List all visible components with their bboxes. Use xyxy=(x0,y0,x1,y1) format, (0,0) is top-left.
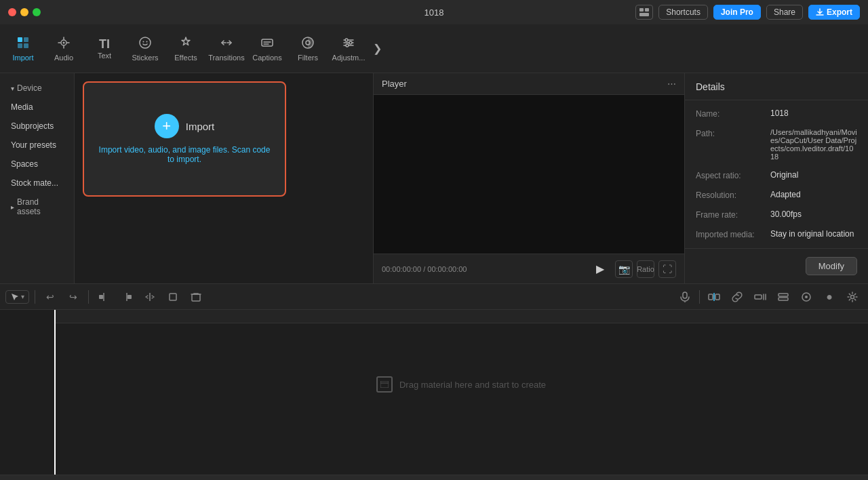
sidebar-item-spaces[interactable]: Spaces xyxy=(3,155,71,173)
player-area: Player ⋯ 00:00:00:00 / 00:00:00:00 ▶ 📷 R… xyxy=(373,73,685,283)
timeline-scrollbar[interactable] xyxy=(0,475,868,480)
timeline-circle-button[interactable] xyxy=(796,287,816,306)
svg-rect-4 xyxy=(24,37,28,42)
detail-value-resolution: Adapted xyxy=(770,190,857,199)
svg-rect-35 xyxy=(380,381,389,388)
timeline-ruler xyxy=(54,310,868,323)
timeline-settings-button[interactable] xyxy=(842,287,863,306)
svg-point-11 xyxy=(146,41,148,43)
sidebar-item-subprojects[interactable]: Subprojects xyxy=(3,117,71,135)
detail-value-imported-media: Stay in original location xyxy=(770,229,857,239)
minimize-button[interactable] xyxy=(20,8,28,16)
tool-filters[interactable]: Filters xyxy=(288,27,328,71)
sidebar-section-brand-assets[interactable]: ▸ Brand assets xyxy=(3,193,71,220)
detail-label-name: Name: xyxy=(696,108,770,119)
toolbar-more-button[interactable]: ❯ xyxy=(369,27,385,71)
detail-row-path: Path: /Users/mallikadhyani/Movies/CapCut… xyxy=(696,128,857,161)
timeline-select-tool[interactable]: ▾ xyxy=(5,290,29,304)
svg-rect-23 xyxy=(170,294,176,300)
detail-row-imported-media: Imported media: Stay in original locatio… xyxy=(696,229,857,239)
timeline-split-left-button[interactable] xyxy=(94,287,113,306)
shortcuts-button[interactable]: Shortcuts xyxy=(658,5,708,20)
effects-icon xyxy=(178,35,193,52)
timeline-toolbar: ▾ ↩ ↪ xyxy=(0,284,868,310)
details-body: Name: 1018 Path: /Users/mallikadhyani/Mo… xyxy=(685,100,868,248)
details-header: Details xyxy=(685,73,868,100)
tool-adjustments-label: Adjustm... xyxy=(332,54,366,62)
joinpro-button[interactable]: Join Pro xyxy=(713,5,761,20)
sidebar-item-stock-mate[interactable]: Stock mate... xyxy=(3,174,71,192)
import-card-subtitle: Import video, audio, and image files. Sc… xyxy=(84,145,285,164)
player-title: Player xyxy=(382,79,407,89)
player-menu-icon[interactable]: ⋯ xyxy=(667,79,676,89)
close-button[interactable] xyxy=(8,8,16,16)
timeline-crop-button[interactable] xyxy=(163,287,182,306)
svg-rect-5 xyxy=(18,43,22,48)
svg-point-34 xyxy=(851,295,854,298)
timeline-link-button[interactable] xyxy=(727,287,747,306)
play-button[interactable]: ▶ xyxy=(591,260,610,279)
details-panel: Details Name: 1018 Path: /Users/mallikad… xyxy=(685,73,868,283)
tool-filters-label: Filters xyxy=(298,54,318,62)
sidebar-item-media-label: Media xyxy=(11,102,33,112)
window-title: 1018 xyxy=(425,7,444,18)
detail-value-path: /Users/mallikadhyani/Movies/CapCut/User … xyxy=(770,128,857,161)
svg-rect-25 xyxy=(683,292,687,298)
modify-button[interactable]: Modify xyxy=(806,257,857,275)
player-controls: 00:00:00:00 / 00:00:00:00 ▶ 📷 Ratio ⛶ xyxy=(374,254,684,283)
sidebar-item-your-presets[interactable]: Your presets xyxy=(3,136,71,154)
svg-point-33 xyxy=(805,296,808,298)
svg-point-9 xyxy=(140,37,151,48)
svg-rect-24 xyxy=(192,294,200,301)
detail-label-path: Path: xyxy=(696,128,770,138)
timeline-drop-zone: Drag material here and start to create xyxy=(54,364,868,405)
detail-row-name: Name: 1018 xyxy=(696,108,857,119)
detail-label-aspect: Aspect ratio: xyxy=(696,170,770,180)
tool-effects[interactable]: Effects xyxy=(165,27,206,71)
timeline-crop-right-button[interactable] xyxy=(750,287,770,306)
view-toggle-button[interactable] xyxy=(635,5,653,20)
timeline-volume-button[interactable]: ● xyxy=(819,287,840,306)
tool-stickers[interactable]: Stickers xyxy=(125,27,165,71)
import-card[interactable]: + Import Import video, audio, and image … xyxy=(83,81,286,197)
svg-rect-31 xyxy=(778,298,788,300)
sidebar-item-spaces-label: Spaces xyxy=(11,159,38,169)
tool-captions[interactable]: Captions xyxy=(247,27,288,71)
timeline-split-button[interactable] xyxy=(140,287,159,306)
player-header: Player ⋯ xyxy=(374,73,684,95)
drop-icon xyxy=(376,376,393,393)
fullscreen-icon[interactable]: ⛶ xyxy=(658,260,676,278)
sidebar-section-device[interactable]: ▾ Device xyxy=(3,79,71,97)
audio-icon xyxy=(56,35,71,52)
detail-row-aspect: Aspect ratio: Original xyxy=(696,170,857,180)
tool-import[interactable]: Import xyxy=(3,27,43,71)
sidebar-item-stock-mate-label: Stock mate... xyxy=(11,178,58,188)
tool-transitions[interactable]: Transitions xyxy=(206,27,247,71)
timeline-snap-button[interactable] xyxy=(704,287,724,306)
camera-icon[interactable]: 📷 xyxy=(615,260,633,278)
tool-audio[interactable]: Audio xyxy=(43,27,84,71)
svg-rect-0 xyxy=(639,8,644,12)
timeline-delete-button[interactable] xyxy=(186,287,205,306)
titlebar: 1018 Shortcuts Join Pro Share Export xyxy=(0,0,868,24)
timeline-split-right-button[interactable] xyxy=(117,287,136,306)
share-button[interactable]: Share xyxy=(766,5,803,20)
detail-value-framerate: 30.00fps xyxy=(770,209,857,219)
tool-adjustments[interactable]: Adjustm... xyxy=(328,27,369,71)
traffic-lights xyxy=(8,8,41,16)
export-button[interactable]: Export xyxy=(808,5,860,20)
media-area: + Import Import video, audio, and image … xyxy=(75,73,373,283)
sidebar-item-your-presets-label: Your presets xyxy=(11,140,56,150)
ratio-button[interactable]: Ratio xyxy=(637,260,654,278)
timeline-redo-button[interactable]: ↪ xyxy=(64,287,83,306)
tl-divider-3 xyxy=(699,290,700,304)
maximize-button[interactable] xyxy=(33,8,41,16)
titlebar-actions: Shortcuts Join Pro Share Export xyxy=(635,5,860,20)
sidebar-item-media[interactable]: Media xyxy=(3,98,71,116)
timeline-layers-button[interactable] xyxy=(773,287,793,306)
timeline-mic-button[interactable] xyxy=(675,287,695,306)
player-right-icons: 📷 Ratio ⛶ xyxy=(615,260,676,278)
timeline-area: ▾ ↩ ↪ xyxy=(0,283,868,480)
tool-text[interactable]: TI Text xyxy=(84,27,125,71)
timeline-undo-button[interactable]: ↩ xyxy=(41,287,60,306)
